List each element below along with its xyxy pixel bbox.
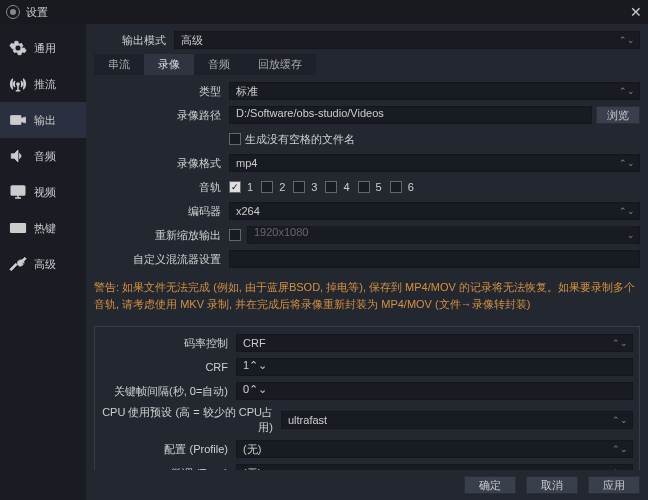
checkbox-icon <box>293 181 305 193</box>
chevron-updown-icon[interactable]: ⌃⌄ <box>249 359 267 371</box>
svg-rect-3 <box>11 224 26 233</box>
app-logo-icon <box>6 5 20 19</box>
ratecontrol-select[interactable]: CRF⌃⌄ <box>236 334 633 352</box>
tracks-label: 音轨 <box>94 180 229 195</box>
type-select[interactable]: 标准⌃⌄ <box>229 82 640 100</box>
chevron-updown-icon: ⌃⌄ <box>612 444 628 454</box>
sidebar-item-label: 输出 <box>34 113 56 128</box>
sidebar-item-label: 通用 <box>34 41 56 56</box>
preset-label: CPU 使用预设 (高 = 较少的 CPU占用) <box>101 405 281 435</box>
ok-button[interactable]: 确定 <box>464 476 516 494</box>
sidebar-item-advanced[interactable]: 高级 <box>0 246 86 282</box>
crf-label: CRF <box>101 361 236 373</box>
chevron-updown-icon: ⌃⌄ <box>619 86 635 96</box>
track-1-checkbox[interactable]: 1 <box>229 181 253 193</box>
preset-select[interactable]: ultrafast⌃⌄ <box>281 411 633 429</box>
tabs: 串流 录像 音频 回放缓存 <box>94 54 640 75</box>
sidebar-item-label: 高级 <box>34 257 56 272</box>
sidebar-item-video[interactable]: 视频 <box>0 174 86 210</box>
svg-rect-2 <box>11 186 25 195</box>
window-title: 设置 <box>26 5 630 20</box>
cancel-button[interactable]: 取消 <box>526 476 578 494</box>
checkbox-icon <box>325 181 337 193</box>
track-5-checkbox[interactable]: 5 <box>358 181 382 193</box>
chevron-updown-icon[interactable]: ⌃⌄ <box>249 383 267 395</box>
profile-select[interactable]: (无)⌃⌄ <box>236 440 633 458</box>
sidebar-item-hotkeys[interactable]: 热键 <box>0 210 86 246</box>
format-warning: 警告: 如果文件无法完成 (例如, 由于蓝屏BSOD, 掉电等), 保存到 MP… <box>94 273 640 322</box>
muxer-label: 自定义混流器设置 <box>94 252 229 267</box>
sidebar-item-audio[interactable]: 音频 <box>0 138 86 174</box>
tools-icon <box>8 254 28 274</box>
checkbox-icon <box>261 181 273 193</box>
checkbox-icon <box>358 181 370 193</box>
tab-streaming[interactable]: 串流 <box>94 54 144 75</box>
checkbox-icon <box>390 181 402 193</box>
sidebar-item-label: 音频 <box>34 149 56 164</box>
track-3-checkbox[interactable]: 3 <box>293 181 317 193</box>
track-4-checkbox[interactable]: 4 <box>325 181 349 193</box>
ratecontrol-label: 码率控制 <box>101 336 236 351</box>
sidebar-item-general[interactable]: 通用 <box>0 30 86 66</box>
track-6-checkbox[interactable]: 6 <box>390 181 414 193</box>
tab-audio[interactable]: 音频 <box>194 54 244 75</box>
nospace-checkbox[interactable]: 生成没有空格的文件名 <box>229 132 355 147</box>
output-mode-label: 输出模式 <box>94 33 174 48</box>
monitor-icon <box>8 182 28 202</box>
chevron-down-icon: ⌄ <box>627 230 635 240</box>
apply-button[interactable]: 应用 <box>588 476 640 494</box>
rescale-checkbox[interactable] <box>229 229 241 241</box>
encoder-label: 编码器 <box>94 204 229 219</box>
chevron-updown-icon: ⌃⌄ <box>619 158 635 168</box>
type-label: 类型 <box>94 84 229 99</box>
sidebar-item-label: 视频 <box>34 185 56 200</box>
svg-rect-1 <box>11 116 22 125</box>
gear-icon <box>8 38 28 58</box>
sidebar: 通用 推流 输出 音频 视频 热键 高级 <box>0 24 86 500</box>
content-panel: 输出模式 高级⌃⌄ 串流 录像 音频 回放缓存 类型 标准⌃⌄ 录像路径 D:/… <box>86 24 648 500</box>
path-label: 录像路径 <box>94 108 229 123</box>
tab-recording[interactable]: 录像 <box>144 54 194 75</box>
speaker-icon <box>8 146 28 166</box>
encoder-select[interactable]: x264⌃⌄ <box>229 202 640 220</box>
browse-button[interactable]: 浏览 <box>596 106 640 124</box>
rescale-label: 重新缩放输出 <box>94 228 229 243</box>
chevron-updown-icon: ⌃⌄ <box>612 415 628 425</box>
sidebar-item-output[interactable]: 输出 <box>0 102 86 138</box>
output-icon <box>8 110 28 130</box>
close-icon[interactable]: ✕ <box>630 4 642 20</box>
antenna-icon <box>8 74 28 94</box>
sidebar-item-label: 推流 <box>34 77 56 92</box>
keyframe-label: 关键帧间隔(秒, 0=自动) <box>101 384 236 399</box>
rescale-select: 1920x1080⌄ <box>247 226 640 244</box>
profile-label: 配置 (Profile) <box>101 442 236 457</box>
checkbox-icon <box>229 181 241 193</box>
muxer-input[interactable] <box>229 250 640 268</box>
path-input[interactable]: D:/Software/obs-studio/Videos <box>229 106 592 124</box>
keyframe-input[interactable]: 0⌃⌄ <box>236 382 633 400</box>
dialog-buttons: 确定 取消 应用 <box>86 470 648 500</box>
titlebar: 设置 ✕ <box>0 0 648 24</box>
chevron-updown-icon: ⌃⌄ <box>619 35 635 45</box>
tab-replay[interactable]: 回放缓存 <box>244 54 316 75</box>
format-label: 录像格式 <box>94 156 229 171</box>
checkbox-icon <box>229 133 241 145</box>
crf-input[interactable]: 1⌃⌄ <box>236 358 633 376</box>
sidebar-item-label: 热键 <box>34 221 56 236</box>
format-select[interactable]: mp4⌃⌄ <box>229 154 640 172</box>
chevron-updown-icon: ⌃⌄ <box>612 338 628 348</box>
output-mode-select[interactable]: 高级⌃⌄ <box>174 31 640 49</box>
chevron-updown-icon: ⌃⌄ <box>619 206 635 216</box>
track-2-checkbox[interactable]: 2 <box>261 181 285 193</box>
sidebar-item-stream[interactable]: 推流 <box>0 66 86 102</box>
keyboard-icon <box>8 218 28 238</box>
